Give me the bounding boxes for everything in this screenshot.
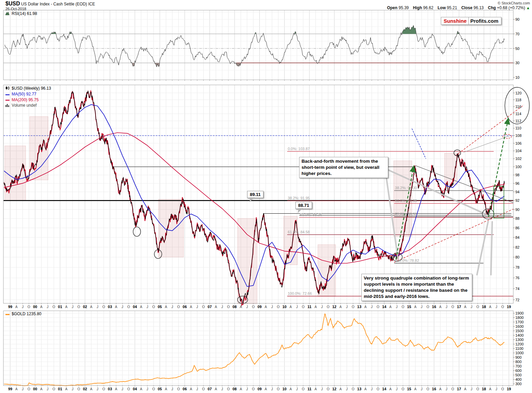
volume-legend-label: Volume undef [12,103,36,108]
gold-ytick-label: 700 [515,364,521,368]
xtick-quarter-label: O [202,305,205,309]
chart-header: $USD US Dollar Index - Cash Settle (EOD)… [5,1,95,7]
xtick-quarter-label: O [78,305,80,309]
gold-legend: $GOLD 1235.80 [5,311,41,317]
overlay-line [456,105,524,156]
xtick-quarter-label: O [401,305,404,309]
highlight-box [5,146,26,200]
xtick-quarter-label: A [364,305,367,309]
xtick-quarter-label: O [53,305,55,309]
xtick-quarter-label: A [414,387,417,391]
xtick-quarter-label: A [340,387,342,391]
rsi-ytick-label: 10 [515,75,519,79]
ohlc-readout: Open 95.39 High 96.62 Low 95.21 Close 96… [384,5,530,10]
xtick-quarter-label: A [190,305,192,309]
chg-value: +0.68 (+0.72%) [497,5,525,10]
xtick-quarter-label: J [22,305,23,309]
chart-title: US Dollar Index - Cash Settle (EOD) ICE [20,2,95,6]
xtick-quarter-label: J [371,305,373,309]
main-ytick-label: 112 [515,119,521,123]
xtick-year-label: 11 [307,305,311,309]
fib-level-label: 0.0%: 103.87 [288,147,310,151]
rsi-mountain-icon [5,12,10,16]
ma200-legend-label: MA(200) 95.75 [12,97,38,102]
xtick-quarter-label: O [177,387,180,391]
rsi-ytick-label: 90 [515,17,519,21]
xtick-year-label: 00 [33,305,37,309]
main-ytick-label: 84 [515,235,519,239]
gold-legend-label: $GOLD 1235.80 [12,311,41,316]
gold-ytick-label: 800 [515,360,521,364]
fib-level-label: 38.2%: 94.30 [395,186,417,190]
xtick-quarter-label: O [152,387,155,391]
xtick-quarter-label: J [147,305,148,309]
xtick-year-label: 19 [507,387,511,391]
xtick-quarter-label: A [90,305,92,309]
xtick-quarter-label: J [346,387,348,391]
high-label: High [413,5,422,10]
rsi-ytick-label: 50 [515,47,519,51]
usd-legend-label: $USD (Weekly) 96.13 [12,86,51,91]
callout-wedge [491,222,492,275]
xtick-year-label: 10 [282,305,287,309]
open-label: Open [387,5,397,10]
xtick-year-label: 06 [183,305,187,309]
rsi-panel-border [3,10,513,80]
close-value: 96.13 [474,5,484,10]
low-label: Low [437,5,446,10]
xtick-quarter-label: J [122,305,123,309]
xtick-quarter-label: A [240,387,242,391]
main-ytick-label: 88 [515,216,519,220]
xtick-quarter-label: O [427,387,429,391]
xtick-quarter-label: O [377,387,379,391]
gridlines [3,10,513,387]
copyright: © StockCharts.com [498,1,530,5]
rsi-line [5,25,504,67]
xtick-quarter-label: O [302,305,305,309]
xtick-quarter-label: O [28,305,30,309]
main-ytick-label: 100 [515,165,521,169]
ma200-line-swatch [5,97,10,103]
symbol-label: $USD [5,1,20,6]
gold-ytick-label: 1900 [515,311,524,315]
close-label: Close [461,5,473,10]
xtick-quarter-label: O [277,387,280,391]
xtick-quarter-label: J [346,305,348,309]
xtick-quarter-label: A [364,387,367,391]
main-ytick-label: 108 [515,133,521,138]
xtick-quarter-label: O [102,305,105,309]
xtick-quarter-label: A [439,305,442,309]
xtick-quarter-label: J [171,387,173,391]
gold-ytick-label: 1000 [515,351,524,355]
xtick-quarter-label: A [215,387,217,391]
xtick-quarter-label: A [40,387,42,391]
xtick-quarter-label: J [396,387,397,391]
xtick-year-label: 04 [133,387,137,391]
gold-ytick-label: 900 [515,355,521,359]
xtick-year-label: 18 [482,387,486,391]
main-ytick-label: 102 [515,157,521,161]
gold-ytick-label: 1400 [515,333,524,337]
xtick-quarter-label: A [439,387,442,391]
xtick-quarter-label: J [97,305,98,309]
xtick-quarter-label: A [464,305,466,309]
sunshine-profits-logo: Sunshine Profits.com [441,17,501,25]
xtick-quarter-label: O [252,305,255,309]
gold-ytick-label: 1200 [515,342,524,346]
xtick-quarter-label: J [196,305,198,309]
xtick-quarter-label: A [15,387,18,391]
main-ytick-label: 76 [515,276,519,280]
candlestick-icon [5,86,10,91]
xtick-quarter-label: O [327,305,329,309]
xtick-quarter-label: O [476,387,479,391]
xtick-year-label: 06 [183,387,187,391]
xtick-quarter-label: A [290,305,292,309]
xtick-year-label: 03 [108,387,112,391]
xtick-quarter-label: J [371,387,373,391]
xtick-quarter-label: O [501,387,504,391]
xtick-quarter-label: O [53,387,55,391]
xtick-quarter-label: O [227,387,230,391]
xtick-quarter-label: J [446,387,447,391]
xtick-year-label: 14 [382,387,387,391]
xtick-quarter-label: J [496,305,497,309]
